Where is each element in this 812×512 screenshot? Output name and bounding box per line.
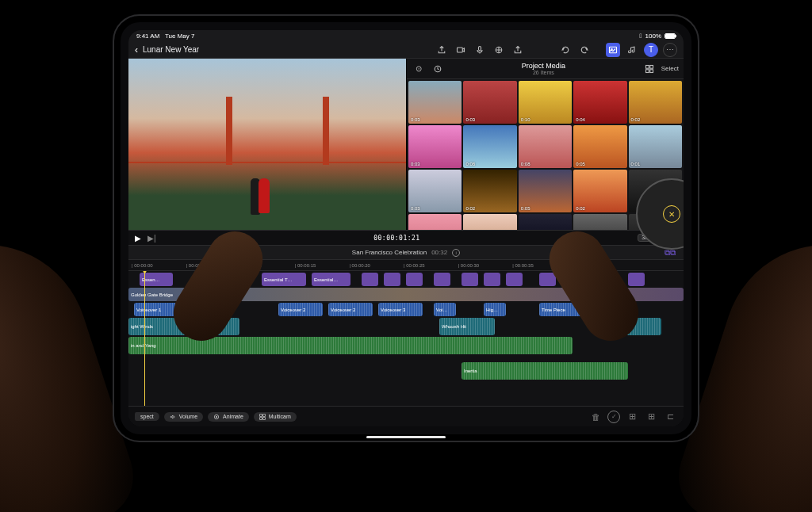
- ruler-tick: | 00:00:35: [512, 263, 534, 268]
- media-thumbnail[interactable]: [573, 214, 626, 230]
- thumbnail-duration: 0:05: [521, 206, 530, 211]
- thumbnail-duration: 0:10: [521, 117, 530, 122]
- thumbnail-duration: 0:03: [411, 117, 420, 122]
- effects-icon[interactable]: [492, 43, 506, 57]
- statusbar: 9:41 AM Tue May 7 􀙇 100%: [128, 30, 684, 41]
- multicam-chip[interactable]: Multicam: [254, 412, 297, 422]
- timeline-clip[interactable]: Voiceover 3: [378, 303, 423, 316]
- voiceover-mic-icon[interactable]: [473, 43, 487, 57]
- trash-icon[interactable]: 🗑: [588, 412, 603, 422]
- timeline-clip[interactable]: [484, 273, 500, 286]
- play-button[interactable]: ▶: [135, 234, 141, 243]
- connected-media-icon[interactable]: ⧉⧉: [665, 248, 676, 258]
- app-header: ‹ Lunar New Year T ⋯: [128, 41, 684, 59]
- timeline-clip[interactable]: Voiceover 2: [278, 303, 323, 316]
- select-button[interactable]: Select: [661, 65, 679, 72]
- timeline-clip[interactable]: [506, 273, 523, 286]
- thumbnail-duration: 0:02: [576, 206, 585, 211]
- timeline-info-button[interactable]: i: [452, 249, 460, 257]
- svg-rect-9: [650, 69, 653, 72]
- more-icon[interactable]: ⋯: [663, 43, 677, 57]
- track-music-2[interactable]: Inertia: [128, 362, 684, 380]
- media-thumbnail[interactable]: [408, 214, 462, 230]
- timeline-clip[interactable]: [462, 273, 478, 286]
- upper-pane: ⊙ Project Media 26 Items Select 0:030:03…: [128, 59, 684, 230]
- svg-rect-8: [645, 69, 649, 72]
- timeline-clip[interactable]: [384, 273, 400, 286]
- media-thumbnail[interactable]: 0:04: [573, 81, 626, 124]
- playhead[interactable]: [144, 271, 145, 406]
- media-thumbnail[interactable]: [463, 214, 516, 230]
- clip-label: in and Yang: [131, 343, 155, 348]
- ruler-tick: | 00:00:25: [404, 263, 425, 268]
- preview-viewer[interactable]: [128, 59, 406, 230]
- timeline-clip[interactable]: [406, 273, 423, 286]
- enable-clip-icon[interactable]: ✓: [607, 411, 620, 423]
- skip-next-button[interactable]: ▶|: [147, 234, 156, 243]
- timeline-clip[interactable]: Essential…: [312, 273, 350, 286]
- insert-right-icon[interactable]: ⊞: [644, 411, 658, 422]
- timeline-clip[interactable]: [628, 273, 645, 286]
- export-icon[interactable]: [435, 43, 449, 57]
- timeline-name: San Francisco Celebration: [352, 249, 427, 256]
- media-thumbnail[interactable]: 0:08: [463, 125, 516, 168]
- thumbnail-duration: 0:01: [631, 162, 641, 166]
- media-thumbnail[interactable]: 0:10: [519, 81, 572, 124]
- timecode-display[interactable]: 00:00:01:21: [373, 235, 419, 242]
- media-thumbnail[interactable]: 0:03: [463, 81, 516, 124]
- timeline-clip[interactable]: Essential T…: [262, 273, 306, 286]
- media-thumbnail[interactable]: 0:02: [629, 81, 682, 124]
- history-icon[interactable]: [431, 62, 445, 76]
- volume-chip[interactable]: Volume: [164, 412, 203, 422]
- battery-percent: 100%: [645, 32, 661, 40]
- timeline-clip[interactable]: Inertia: [462, 362, 628, 380]
- svg-point-13: [216, 416, 216, 417]
- media-browser-icon[interactable]: [606, 43, 620, 57]
- thumbnail-duration: 0:03: [411, 162, 420, 166]
- timeline-clip[interactable]: [362, 273, 378, 286]
- media-thumbnail[interactable]: 0:03: [408, 81, 462, 124]
- media-thumbnail[interactable]: 0:05: [573, 125, 626, 168]
- wifi-icon: 􀙇: [640, 32, 642, 40]
- append-icon[interactable]: ⊏: [663, 411, 677, 422]
- thumbnail-duration: 0:04: [576, 117, 585, 122]
- media-thumbnail[interactable]: 0:05: [519, 170, 572, 212]
- animate-chip[interactable]: Animate: [208, 412, 249, 422]
- timeline-clip[interactable]: Voi…: [434, 303, 456, 316]
- redo-icon[interactable]: [577, 43, 592, 57]
- thumbnail-duration: 0:08: [465, 162, 475, 166]
- browser-title-text: Project Media: [450, 62, 638, 70]
- media-thumbnail[interactable]: 0:02: [573, 170, 626, 212]
- clip-label: Whoosh Hit: [442, 324, 466, 329]
- timeline-clip[interactable]: Whoosh Hit: [439, 318, 495, 335]
- audio-browser-icon[interactable]: [625, 43, 639, 57]
- project-title[interactable]: Lunar New Year: [143, 45, 199, 54]
- thumbnail-duration: 0:03: [411, 206, 420, 211]
- clip-label: Essential…: [314, 277, 338, 282]
- media-thumbnail[interactable]: 0:03: [408, 170, 462, 212]
- titles-browser-icon[interactable]: T: [644, 43, 658, 57]
- undo-icon[interactable]: [558, 43, 573, 57]
- svg-rect-16: [259, 417, 262, 419]
- timeline-clip[interactable]: Hig…: [484, 303, 506, 316]
- jog-cancel-button[interactable]: ✕: [663, 205, 680, 223]
- media-thumbnail[interactable]: 0:03: [408, 125, 462, 168]
- back-button[interactable]: ‹: [135, 44, 138, 55]
- browser-back-icon[interactable]: ⊙: [412, 62, 426, 76]
- track-music-1[interactable]: in and Yang: [128, 337, 684, 354]
- media-thumbnail[interactable]: [519, 214, 572, 230]
- grid-view-icon[interactable]: [642, 62, 657, 76]
- insert-left-icon[interactable]: ⊞: [625, 411, 639, 422]
- media-thumbnail[interactable]: 0:08: [519, 125, 572, 168]
- inspect-chip[interactable]: spect: [135, 412, 159, 421]
- browser-title: Project Media 26 Items: [450, 62, 638, 75]
- clip-label: Voiceover 3: [381, 308, 405, 312]
- timeline-clip[interactable]: Voiceover 2: [328, 303, 373, 316]
- ruler-tick: | 00:00:00: [132, 263, 153, 268]
- timeline-clip[interactable]: [434, 273, 450, 286]
- thumbnail-duration: 0:08: [521, 162, 530, 166]
- camera-import-icon[interactable]: [454, 43, 468, 57]
- share-icon[interactable]: [511, 43, 525, 57]
- media-thumbnail[interactable]: 0:01: [629, 125, 682, 168]
- media-thumbnail[interactable]: 0:02: [463, 170, 516, 212]
